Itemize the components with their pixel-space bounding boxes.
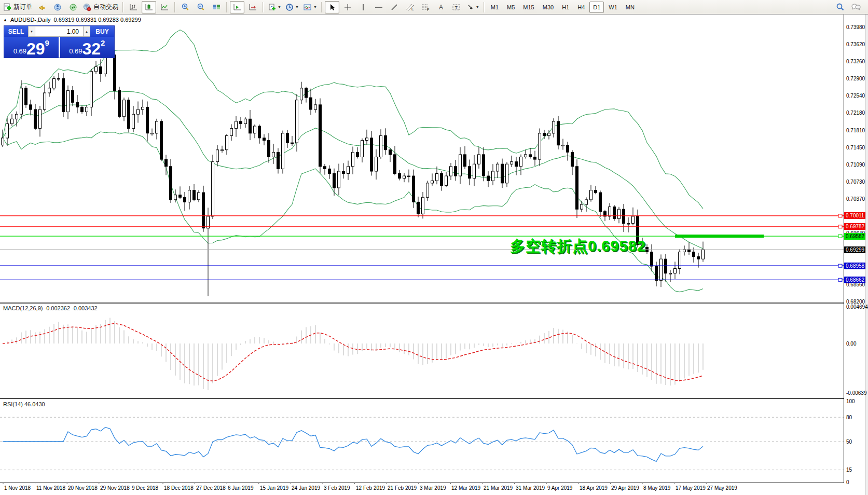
date-axis-label: 29 Apr 2019: [611, 485, 639, 491]
candlestick-chart-icon: [145, 3, 154, 11]
tile-windows-button[interactable]: [209, 1, 224, 13]
text-button[interactable]: A: [434, 1, 448, 13]
collapse-panel-icon[interactable]: ▲: [3, 18, 7, 22]
date-axis-label: 20 Nov 2018: [68, 485, 98, 491]
arrow-tools-icon: [466, 3, 475, 11]
chevron-down-icon: ▼: [295, 5, 299, 9]
price-axis-label: 0.71090: [846, 162, 865, 168]
price-axis-label: 0.71810: [846, 128, 865, 133]
rsi-axis-label: 80: [846, 415, 852, 420]
new-order-button[interactable]: 新订单: [2, 1, 34, 13]
price-level-tag: 0.69582: [844, 233, 865, 240]
price-axis-label: 0.73980: [846, 24, 865, 30]
rsi-axis-label: 0: [846, 479, 849, 485]
candlestick-chart-button[interactable]: [142, 1, 156, 13]
price-level-tag: 0.68662: [844, 277, 865, 283]
timeframe-button-m30[interactable]: M30: [539, 2, 557, 13]
date-axis-label: 29 Nov 2018: [100, 485, 130, 491]
timeframe-button-m1[interactable]: M1: [487, 2, 502, 13]
timeframe-button-m15[interactable]: M15: [519, 2, 538, 13]
cursor-button[interactable]: [325, 1, 339, 13]
volume-down-button[interactable]: ▼: [28, 26, 35, 37]
date-axis-label: 21 Mar 2019: [484, 485, 513, 491]
date-axis-label: 3 Mar 2019: [420, 485, 446, 491]
svg-text:T: T: [454, 5, 458, 10]
text-label-button[interactable]: T: [449, 1, 464, 13]
community-button[interactable]: [50, 1, 65, 13]
date-axis-label: 12 Mar 2019: [451, 485, 480, 491]
sell-button[interactable]: SELL: [4, 26, 28, 37]
price-axis-label: 0.72540: [846, 93, 865, 99]
buy-price-prefix: 0.69: [69, 47, 82, 55]
zoom-out-icon: [197, 3, 205, 11]
line-chart-button[interactable]: [157, 1, 172, 13]
fibonacci-button[interactable]: F: [418, 1, 433, 13]
chart-ohlc-values: 0.69319 0.69331 0.69283 0.69299: [54, 17, 141, 23]
signals-button[interactable]: [66, 1, 80, 13]
timeframe-button-m5[interactable]: M5: [503, 2, 518, 13]
chart-shift-button[interactable]: [245, 1, 260, 13]
new-chart-button[interactable]: ▼: [266, 1, 283, 13]
date-axis-label: 1 Nov 2018: [4, 485, 31, 491]
volume-up-button[interactable]: ▲: [83, 26, 90, 37]
crosshair-button[interactable]: [340, 1, 355, 13]
toolbar: 新订单 自动交易: [0, 0, 868, 15]
buy-button[interactable]: BUY: [90, 26, 114, 37]
timeframe-button-d1[interactable]: D1: [589, 2, 604, 13]
zoom-in-button[interactable]: [178, 1, 192, 13]
vertical-line-button[interactable]: [356, 1, 370, 13]
horizontal-line-button[interactable]: [371, 1, 386, 13]
bar-chart-button[interactable]: [126, 1, 141, 13]
clock-icon: [285, 3, 294, 11]
market-watch-button[interactable]: [35, 1, 49, 13]
timeframe-button-h4[interactable]: H4: [574, 2, 588, 13]
toolbar-separator: [263, 2, 264, 12]
buy-price-big: 32: [82, 41, 101, 57]
zoom-out-button[interactable]: [194, 1, 208, 13]
sell-price-prefix: 0.69: [13, 47, 26, 55]
date-axis[interactable]: 1 Nov 201811 Nov 201820 Nov 201829 Nov 2…: [0, 484, 844, 495]
timeframe-button-mn[interactable]: MN: [622, 2, 638, 13]
price-axis-label: 0.72180: [846, 110, 865, 116]
mt4-window: 新订单 自动交易: [0, 0, 868, 495]
volume-input[interactable]: 1.00: [35, 26, 83, 37]
new-order-icon: [3, 3, 11, 11]
equidistant-channel-button[interactable]: E: [403, 1, 417, 13]
trendline-button[interactable]: [387, 1, 402, 13]
auto-scroll-icon: [233, 3, 242, 11]
rsi-pane-label: RSI(14) 46.0430: [3, 401, 45, 407]
bar-chart-icon: [129, 3, 138, 11]
macd-axis-label: 0.00: [846, 341, 856, 347]
timeframe-button-w1[interactable]: W1: [605, 2, 621, 13]
svg-text:A: A: [439, 4, 443, 11]
date-axis-label: 15 Jan 2019: [260, 485, 288, 491]
autotrading-icon: [83, 3, 91, 11]
autotrading-button[interactable]: 自动交易: [81, 1, 120, 13]
price-level-tag: 0.68958: [844, 263, 865, 269]
timeframe-button-h1[interactable]: H1: [558, 2, 573, 13]
chart-shift-icon: [249, 3, 257, 11]
arrow-tools-button[interactable]: ▼: [465, 1, 481, 13]
toolbar-separator: [226, 2, 227, 12]
chart-canvas[interactable]: [0, 0, 868, 495]
autotrading-label: 自动交易: [93, 3, 118, 11]
sell-price-big: 29: [26, 41, 45, 57]
chat-button[interactable]: [849, 1, 863, 13]
line-chart-icon: [160, 3, 169, 11]
periods-button[interactable]: ▼: [284, 1, 300, 13]
search-button[interactable]: [833, 1, 848, 13]
rsi-axis-label: 50: [846, 439, 852, 445]
chart-annotation-text[interactable]: 多空转折点0.69582: [510, 236, 646, 257]
price-axis[interactable]: 0.739800.736200.732600.729000.725400.721…: [844, 15, 865, 495]
date-axis-label: 8 May 2019: [643, 485, 670, 491]
mql5-community-icon: [53, 3, 62, 11]
date-axis-label: 11 Nov 2018: [36, 485, 65, 491]
date-axis-label: 27 May 2019: [707, 485, 737, 491]
date-axis-label: 18 Dec 2018: [164, 485, 194, 491]
current-price-tag: 0.69299: [844, 246, 865, 253]
auto-scroll-button[interactable]: [230, 1, 244, 13]
templates-button[interactable]: ▼: [301, 1, 319, 13]
sell-price-box[interactable]: 0.69 29 9: [4, 37, 59, 58]
buy-price-box[interactable]: 0.69 32 2: [60, 37, 115, 58]
date-axis-label: 27 Dec 2018: [196, 485, 226, 491]
